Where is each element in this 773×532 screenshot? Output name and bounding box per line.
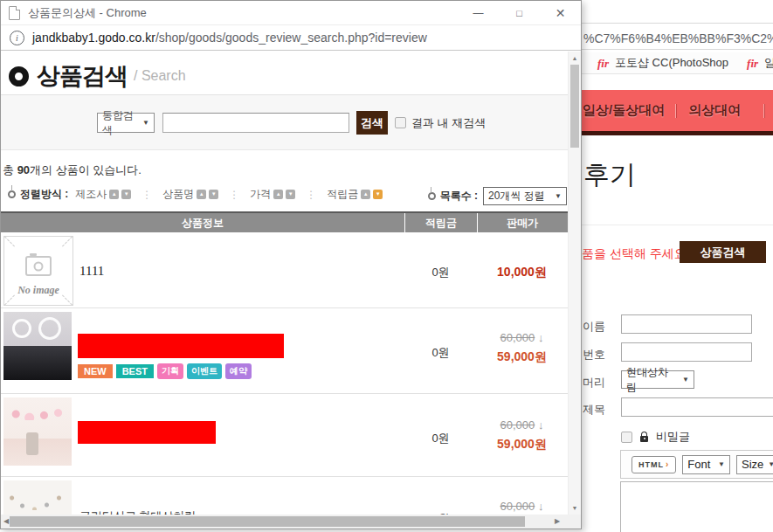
search-input[interactable] (162, 113, 349, 133)
redacted-product-name (78, 334, 284, 358)
search-category-select[interactable]: 통합검색 ▼ (97, 113, 155, 133)
subject-field-label: 제목 (583, 402, 605, 418)
sort-desc-icon[interactable]: ▼ (373, 190, 383, 199)
list-count-value: 20개씩 정렬 (488, 189, 545, 204)
product-name-link[interactable]: 1111 (79, 264, 104, 279)
bg-page-title: 후기 (583, 157, 636, 193)
price-down-icon: ↓ (538, 500, 544, 513)
list-count-label: 목록수 : (440, 189, 478, 204)
sale-price: 59,000원 (477, 349, 567, 365)
bookmark-illustrator[interactable]: 일러 (764, 55, 773, 71)
name-field[interactable] (621, 314, 752, 334)
bullet-ring-icon (9, 66, 29, 86)
col-product-info: 상품정보 (1, 213, 404, 232)
nav-item-daily-rental[interactable]: 일상/돌상대여 (583, 102, 665, 119)
info-icon[interactable]: i (10, 31, 24, 45)
price-down-icon: ↓ (538, 418, 544, 432)
popup-title: 상품문의상세 - Chrome (28, 5, 147, 21)
badge-reserve: 예약 (225, 363, 252, 379)
prefix-field-label: 머리 (583, 375, 605, 390)
lock-icon (640, 436, 648, 442)
name-field-label: 이름 (583, 319, 605, 335)
prefix-select[interactable]: 현대상차림 ▼ (621, 370, 694, 389)
chevron-down-icon: ▼ (718, 460, 725, 468)
close-button[interactable]: ✕ (540, 1, 581, 24)
product-search-button[interactable]: 상품검색 (680, 241, 766, 263)
list-count-select[interactable]: 20개씩 정렬 ▼ (483, 187, 567, 205)
product-mileage: 0원 (404, 265, 477, 280)
sort-separator: ⋮ (306, 189, 316, 201)
bookmark-favicon: fir (747, 58, 758, 69)
old-price: 60,000 ↓ (500, 331, 544, 344)
bookmarks-bar: fir 포토샵 CC(PhotoShop fir 일러 (582, 52, 773, 73)
sort-asc-icon[interactable]: ▲ (273, 190, 283, 199)
sort-desc-icon[interactable]: ▼ (209, 190, 218, 199)
scroll-down-icon[interactable]: ▼ (569, 505, 581, 511)
bg-section-divider (582, 225, 773, 225)
sort-asc-icon[interactable]: ▲ (109, 190, 119, 199)
product-price: 60,000 ↓ 59,000원 (477, 329, 567, 365)
bg-titlebar-divider (582, 23, 773, 24)
product-thumbnail[interactable] (3, 312, 72, 380)
product-name-link[interactable]: 글리터실크 현대상차림 (79, 508, 196, 515)
horizontal-scrollbar[interactable]: ◀ ▶ (1, 515, 581, 529)
old-price: 60,000 ↓ (500, 418, 544, 432)
product-table: 상품정보 적립금 판매가 No image 1111 0원 10,000원 (1, 211, 568, 515)
font-select-value: Font (687, 458, 710, 471)
scroll-right-icon[interactable]: ▶ (555, 515, 560, 529)
document-icon (9, 6, 20, 20)
scroll-left-icon[interactable]: ◀ (3, 515, 9, 529)
search-button[interactable]: 검색 (356, 111, 388, 135)
result-count-text: 총 90개의 상품이 있습니다. (3, 162, 141, 178)
research-checkbox[interactable] (395, 117, 406, 128)
price-value: 10,000원 (497, 265, 547, 279)
sort-field-price: 가격 ▲ ▼ (250, 187, 295, 202)
bg-nav-border (582, 131, 773, 135)
bg-main-nav: 일상/돌상대여 의상대여 (582, 90, 773, 131)
size-select[interactable]: Size ▼ (736, 455, 773, 474)
sort-desc-icon[interactable]: ▼ (121, 190, 131, 199)
product-thumbnail[interactable] (3, 480, 72, 515)
product-thumbnail-noimage[interactable]: No image (3, 236, 73, 306)
chevron-down-icon: ▼ (682, 376, 689, 383)
search-section: 통합검색 ▼ 검색 결과 내 재검색 (1, 95, 568, 150)
table-row: NEW BEST 기획 이벤트 예약 0원 60,000 ↓ 59,000원 (1, 308, 568, 394)
page-subtitle: / Search (134, 68, 186, 84)
product-price: 60,000 ↓ (477, 498, 567, 514)
popup-titlebar[interactable]: 상품문의상세 - Chrome — □ ✕ (1, 1, 581, 25)
secret-post-checkbox[interactable] (621, 432, 632, 443)
editor-textarea[interactable] (620, 481, 773, 532)
nav-divider (763, 104, 764, 118)
result-count: 90 (17, 163, 30, 176)
window-controls: — □ ✕ (458, 1, 581, 24)
bookmark-photoshop[interactable]: 포토샵 CC(PhotoShop (615, 55, 728, 71)
password-field[interactable] (621, 342, 752, 362)
subject-field[interactable] (621, 397, 773, 417)
dash-decoration (62, 236, 72, 246)
maximize-button[interactable]: □ (499, 1, 540, 24)
address-bar[interactable]: i jandkbaby1.godo.co.kr/shop/goods/goods… (1, 25, 581, 51)
bookmark-favicon: fir (597, 58, 609, 69)
vertical-scrollbar-thumb[interactable] (570, 65, 579, 148)
prefix-select-value: 현대상차림 (626, 365, 678, 395)
no-image-label: No image (4, 284, 72, 297)
secret-post-row: 비밀글 (621, 429, 690, 445)
minimize-button[interactable]: — (458, 1, 499, 24)
horizontal-scrollbar-thumb[interactable] (10, 516, 525, 527)
sort-asc-icon[interactable]: ▲ (197, 190, 206, 199)
page-header: 상품검색 / Search (9, 60, 186, 92)
scroll-up-icon[interactable]: ▲ (569, 55, 581, 61)
url-text[interactable]: jandkbaby1.godo.co.kr/shop/goods/goods_r… (32, 31, 427, 45)
product-mileage: 0원 (404, 345, 477, 361)
nav-item-costume-rental[interactable]: 의상대여 (688, 102, 741, 119)
vertical-scrollbar[interactable]: ▲ ▼ (568, 52, 581, 515)
font-select[interactable]: Font ▼ (682, 455, 730, 474)
bg-url-text[interactable]: %C7%F6%B4%EB%BB%F3%C2%F7% (583, 31, 773, 45)
old-price: 60,000 ↓ (500, 500, 544, 513)
html-mode-button[interactable]: HTML › (632, 456, 676, 473)
sort-asc-icon[interactable]: ▲ (361, 190, 370, 199)
bg-urlbar-divider (582, 49, 773, 50)
sort-desc-icon[interactable]: ▼ (286, 190, 295, 199)
product-thumbnail[interactable] (3, 397, 72, 466)
sort-label: 정렬방식 : (20, 187, 68, 202)
